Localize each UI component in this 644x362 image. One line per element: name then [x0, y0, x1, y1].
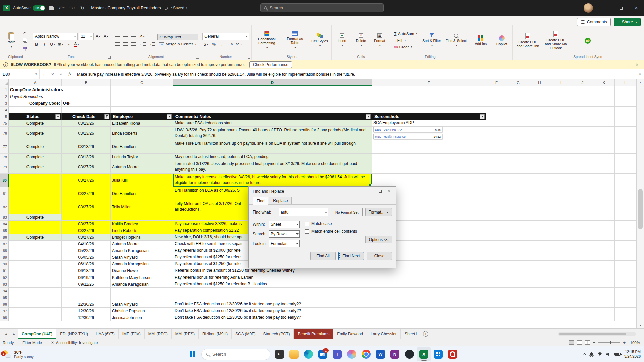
percent-format-button[interactable]: %	[210, 41, 217, 48]
cell-empty[interactable]	[486, 267, 507, 274]
taskbar-app-icon[interactable]	[431, 347, 445, 361]
cell-empty[interactable]	[507, 120, 529, 127]
increase-decimal-button[interactable]: ←.0	[226, 41, 233, 48]
copy-button[interactable]	[21, 37, 29, 44]
row-number[interactable]: 4	[0, 107, 9, 113]
cell-empty[interactable]	[572, 241, 593, 247]
cell-empty[interactable]	[507, 174, 529, 187]
format-button[interactable]: Format...	[365, 208, 392, 216]
vertical-scrollbar[interactable]: ▲ ▼	[636, 79, 644, 328]
row-number[interactable]: 83	[0, 214, 9, 221]
cell-employee[interactable]: Amanda Karagosian	[111, 281, 173, 288]
row-number[interactable]: 94	[0, 288, 9, 294]
header-check-date[interactable]: Check Date	[62, 113, 111, 120]
cell-empty[interactable]	[529, 261, 550, 267]
wrap-text-button[interactable]: ↩Wrap Text	[157, 34, 198, 40]
cell-empty[interactable]	[615, 221, 636, 227]
dialog-launcher-icon[interactable]	[108, 56, 111, 59]
cell-notes[interactable]: Pay referral bonus of $1250 for referrin…	[173, 281, 372, 288]
cell-notes[interactable]: Terminated 3/13/26. Jess already process…	[173, 160, 372, 174]
cell-empty[interactable]	[572, 274, 593, 281]
cell-status[interactable]: Complete	[9, 160, 62, 174]
row-number[interactable]: 87	[0, 241, 9, 247]
taskbar-app-icon[interactable]	[359, 347, 373, 361]
cell-empty[interactable]	[593, 160, 615, 174]
cell-employee[interactable]: Jessica Johnson	[111, 314, 173, 321]
filter-button[interactable]	[167, 114, 172, 119]
cell-empty[interactable]	[507, 241, 529, 247]
taskbar-app-icon[interactable]	[301, 347, 316, 361]
conditional-formatting-button[interactable]: Conditional Formatting▾	[254, 29, 280, 51]
cell-empty[interactable]	[529, 214, 550, 221]
volume-icon[interactable]	[606, 352, 611, 356]
cell-screenshots[interactable]	[372, 314, 486, 321]
cell-employee[interactable]: Amanda Karagosian	[111, 261, 173, 267]
cell-empty[interactable]	[593, 288, 615, 294]
prev-sheet-button[interactable]: ◂	[2, 329, 10, 339]
cell-employee[interactable]: Autumn Moore	[111, 160, 173, 174]
cell-screenshots[interactable]	[372, 160, 486, 174]
chevron-down-icon[interactable]: ▼	[33, 69, 40, 79]
create-pdf-share-outlook-button[interactable]: Create PDF and Share via Outlook	[543, 29, 569, 51]
cell-status[interactable]: Complete	[9, 154, 62, 160]
header-status[interactable]: Status	[9, 113, 62, 120]
cell-status[interactable]	[9, 301, 62, 308]
taskbar-app-icon[interactable]	[402, 347, 417, 361]
italic-button[interactable]: I	[41, 41, 48, 48]
cell-empty[interactable]	[529, 294, 550, 301]
cell-empty[interactable]	[550, 227, 572, 234]
column-header[interactable]: D	[173, 79, 372, 86]
cell-empty[interactable]	[615, 241, 636, 247]
cell-status[interactable]	[9, 254, 62, 261]
row-number[interactable]: 89	[0, 254, 9, 261]
row-number[interactable]: 96	[0, 301, 9, 308]
sheet-tab[interactable]: SCA (M9F)	[232, 329, 259, 339]
align-middle-button[interactable]	[122, 33, 129, 40]
cell-empty[interactable]	[550, 154, 572, 160]
cell-empty[interactable]	[615, 120, 636, 127]
cell-empty[interactable]	[615, 174, 636, 187]
cell-empty[interactable]	[593, 140, 615, 154]
cell-employee[interactable]: Lucinda Taylor	[111, 154, 173, 160]
excel-app-icon[interactable]	[3, 5, 10, 11]
comments-button[interactable]: Comments	[577, 18, 611, 26]
expand-formula-bar-icon[interactable]: ▼	[636, 69, 644, 79]
save-button[interactable]	[48, 5, 55, 11]
select-all-corner[interactable]	[0, 79, 9, 86]
cell-employee[interactable]	[111, 214, 173, 221]
cell-empty[interactable]	[486, 154, 507, 160]
cell-empty[interactable]	[572, 227, 593, 234]
align-bottom-button[interactable]	[130, 33, 137, 40]
cell-empty[interactable]	[593, 120, 615, 127]
decrease-decimal-button[interactable]: .00→	[234, 41, 243, 48]
cell-employee[interactable]	[111, 288, 173, 294]
format-as-table-button[interactable]: Format as Table▾	[282, 30, 308, 50]
sheet-tab[interactable]: Rizikon (M9H)	[199, 329, 232, 339]
cell-empty[interactable]	[550, 214, 572, 221]
row-number[interactable]: 81	[0, 187, 9, 200]
cell-empty[interactable]	[572, 267, 593, 274]
cell-check-date[interactable]	[62, 294, 111, 301]
cell-empty[interactable]	[486, 281, 507, 288]
header-employee[interactable]: Employee	[111, 113, 173, 120]
cell-empty[interactable]	[550, 234, 572, 241]
cell-empty[interactable]	[507, 254, 529, 261]
cell-empty[interactable]	[507, 308, 529, 314]
cell-empty[interactable]	[593, 234, 615, 241]
cell-empty[interactable]	[550, 160, 572, 174]
cell-notes[interactable]: Make sure pay increase is effective 3/8/…	[173, 174, 372, 187]
cell-screenshots[interactable]	[372, 288, 486, 294]
taskbar-app-icon[interactable]	[373, 347, 388, 361]
cell-empty[interactable]	[507, 221, 529, 227]
cell-empty[interactable]	[615, 127, 636, 140]
more-icon[interactable]: ⋮	[40, 69, 48, 79]
horizontal-scrollbar[interactable]	[558, 332, 636, 336]
increase-font-button[interactable]: A▲	[95, 33, 102, 40]
cell-notes[interactable]: Don't take FSA deduction on 12/30/26 bc …	[173, 301, 372, 308]
row-number[interactable]: 82	[0, 200, 9, 214]
cell-empty[interactable]	[507, 288, 529, 294]
sheet-tab[interactable]: Benefit Premiums	[294, 329, 333, 339]
cell-check-date[interactable]: 12/30/26	[62, 308, 111, 314]
cell-empty[interactable]	[529, 154, 550, 160]
cell-empty[interactable]	[550, 187, 572, 200]
